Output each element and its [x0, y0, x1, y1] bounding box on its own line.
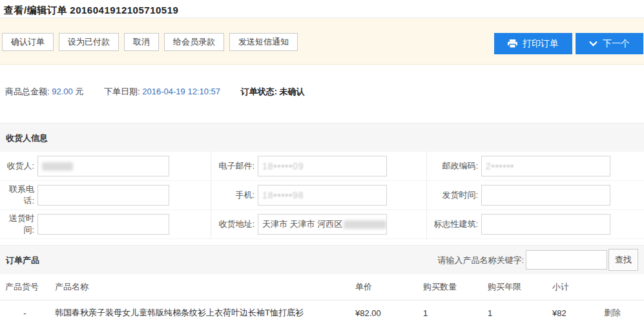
- product-sku: -: [0, 300, 50, 326]
- consignee-name-input[interactable]: [37, 156, 169, 176]
- title-bar: 查看/编辑订单 2016041912105710519: [0, 0, 644, 18]
- confirm-order-button[interactable]: 确认订单: [2, 33, 54, 51]
- col-subtotal: 小计: [547, 274, 599, 300]
- order-status: 订单状态: 未确认: [241, 87, 305, 96]
- col-name: 产品名称: [50, 274, 350, 300]
- col-price: 单价: [350, 274, 418, 300]
- landmark-input[interactable]: [481, 214, 610, 235]
- redacted-text: [42, 162, 73, 171]
- product-subtotal: ¥82: [547, 300, 599, 326]
- product-years: 1: [483, 300, 547, 326]
- field-email: 电子邮件: 18•••••09: [211, 152, 426, 181]
- chevron-down-icon: [589, 41, 597, 47]
- set-paid-button[interactable]: 设为已付款: [59, 33, 119, 51]
- ship-time-input[interactable]: [481, 185, 610, 206]
- products-table: 产品货号 产品名称 单价 购买数量 购买年限 小计 - 韩国春秋亲子装母女儿童韩…: [0, 274, 644, 326]
- field-postal-code: 邮政编码: 2••••••: [426, 152, 644, 181]
- field-delivery-time: 送货时间:: [0, 210, 211, 239]
- send-sms-button[interactable]: 发送短信通知: [229, 33, 298, 51]
- product-search-input[interactable]: [526, 250, 607, 270]
- field-address: 收货地址: 天津市 天津市 河西区现: [211, 210, 426, 239]
- redacted-text: [344, 220, 386, 229]
- order-summary: 商品总金额: 92.00 元 下单日期: 2016-04-19 12:10:57…: [5, 86, 644, 97]
- contact-phone-input[interactable]: [37, 185, 169, 206]
- field-landmark: 标志性建筑:: [426, 210, 644, 239]
- order-date: 下单日期: 2016-04-19 12:10:57: [104, 87, 220, 96]
- field-mobile: 手机: 18•••••98: [211, 181, 426, 210]
- consignee-form: 收货人: 电子邮件: 18•••••09 邮政编码: 2•••••• 联系电话:…: [0, 152, 644, 239]
- postal-code-input[interactable]: 2••••••: [481, 156, 610, 176]
- order-status-value: 未确认: [280, 87, 305, 96]
- printer-icon: [508, 39, 517, 48]
- products-table-header-row: 产品货号 产品名称 单价 购买数量 购买年限 小计: [0, 274, 644, 300]
- order-total-value: 92.00: [52, 87, 73, 96]
- consignee-section-title: 收货人信息: [6, 133, 48, 143]
- product-qty: 1: [418, 300, 483, 326]
- field-consignee-name: 收货人:: [0, 152, 211, 181]
- field-contact-phone: 联系电话:: [0, 181, 211, 210]
- consignee-section-header: 收货人信息: [0, 123, 644, 152]
- print-order-button[interactable]: 打印订单: [494, 33, 572, 54]
- email-input[interactable]: 18•••••09: [258, 156, 387, 176]
- field-ship-time: 发货时间:: [426, 181, 644, 210]
- product-price: ¥82.00: [350, 300, 418, 326]
- mobile-input[interactable]: 18•••••98: [258, 185, 387, 206]
- col-sku: 产品货号: [0, 274, 50, 300]
- next-order-button[interactable]: 下一个: [576, 33, 643, 54]
- member-credit-button[interactable]: 给会员录款: [164, 33, 224, 51]
- products-section-header: 订单产品 请输入产品名称关键字: 查找: [0, 245, 644, 274]
- address-input[interactable]: 天津市 天津市 河西区现: [258, 214, 387, 235]
- col-years: 购买年限: [483, 274, 547, 300]
- order-toolbar: 确认订单 设为已付款 取消 给会员录款 发送短信通知 打印订单 下一个: [0, 18, 644, 65]
- page-title: 查看/编辑订单 2016041912105710519: [4, 5, 639, 17]
- product-search-button[interactable]: 查找: [608, 249, 638, 271]
- delete-product-link[interactable]: 删除: [604, 308, 621, 317]
- col-qty: 购买数量: [418, 274, 483, 300]
- order-total: 商品总金额: 92.00 元: [5, 87, 83, 96]
- order-date-value: 2016-04-19 12:10:57: [142, 87, 220, 96]
- delivery-time-input[interactable]: [37, 214, 169, 235]
- product-name: 韩国春秋亲子装母女儿童韩版纯棉条纹衫上衣荷叶边长袖T恤打底衫: [50, 300, 350, 326]
- products-section-title: 订单产品: [6, 246, 39, 275]
- product-search-label: 请输入产品名称关键字:: [437, 246, 524, 275]
- product-search: 请输入产品名称关键字: 查找: [437, 246, 638, 275]
- col-action: [599, 274, 644, 300]
- table-row: - 韩国春秋亲子装母女儿童韩版纯棉条纹衫上衣荷叶边长袖T恤打底衫 ¥82.00 …: [0, 300, 644, 326]
- toolbar-right-buttons: 打印订单 下一个: [494, 33, 643, 54]
- cancel-order-button[interactable]: 取消: [124, 33, 159, 51]
